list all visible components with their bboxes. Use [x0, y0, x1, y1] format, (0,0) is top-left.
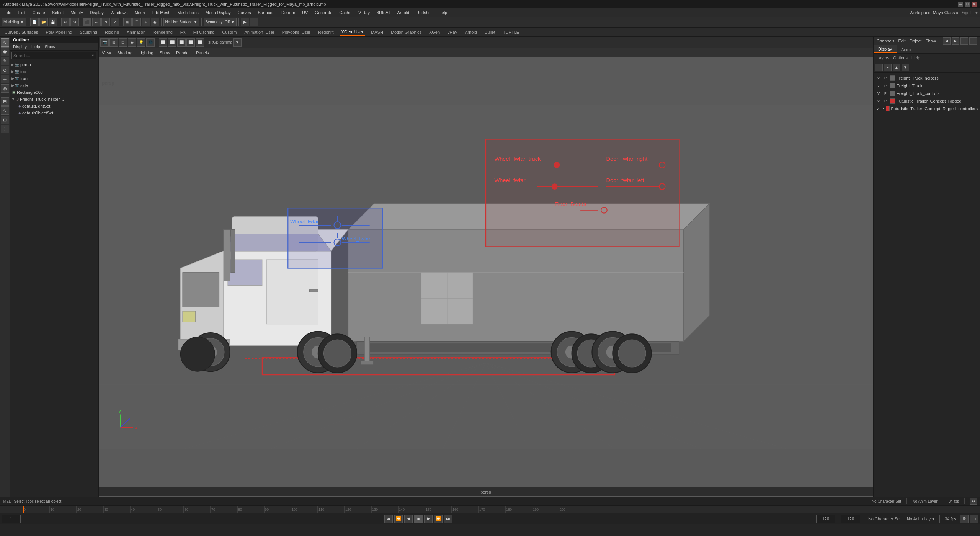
timeline-expand-button[interactable]: □: [970, 515, 978, 523]
play-forward-button[interactable]: ▶: [424, 515, 433, 523]
minimize-button[interactable]: ─: [958, 2, 963, 7]
no-live-surface-dropdown[interactable]: No Live Surface ▼: [163, 18, 199, 26]
outliner-item-freight-truck-helper[interactable]: ▼ ⬡ Freight_Truck_helper_3: [10, 96, 98, 103]
scale-tool-button[interactable]: ⤢: [111, 18, 119, 26]
go-to-start-button[interactable]: ⏮: [384, 515, 393, 523]
menu-arnold[interactable]: Arnold: [394, 8, 412, 17]
channel-box-object-menu[interactable]: Object: [909, 39, 921, 43]
shelf-curves-surfaces[interactable]: Curves / Surfaces: [3, 29, 39, 35]
panel-minimize-button[interactable]: ─: [960, 37, 968, 45]
redo-button[interactable]: ↪: [70, 18, 79, 26]
outliner-item-top[interactable]: ▶ 📷 top: [10, 68, 98, 75]
menu-create[interactable]: Create: [29, 8, 48, 17]
render-settings-button[interactable]: ⚙: [250, 18, 258, 26]
viewport-3d-area[interactable]: persp: [99, 57, 873, 496]
play-back-button[interactable]: ◀: [404, 515, 413, 523]
outliner-item-persp[interactable]: ▶ 📷 persp: [10, 61, 98, 68]
shelf-rendering[interactable]: Rendering: [152, 29, 174, 35]
menu-surfaces[interactable]: Surfaces: [255, 8, 278, 17]
move-manipulator-icon[interactable]: ✛: [1, 75, 9, 83]
vp-light-button[interactable]: 💡: [137, 38, 145, 47]
vp-menu-show[interactable]: Show: [160, 51, 170, 55]
layer-render-icon-2[interactable]: P: [883, 83, 888, 88]
vp-camera-button[interactable]: 📷: [100, 38, 109, 47]
menu-mesh[interactable]: Mesh: [131, 8, 148, 17]
layer-vis-icon-2[interactable]: V: [876, 83, 881, 88]
layer-tab-display[interactable]: Display: [874, 45, 897, 53]
symmetry-button[interactable]: Symmetry: Off ▼: [204, 18, 237, 26]
anim-prefs-button[interactable]: ⚙: [970, 498, 977, 505]
outliner-help-menu[interactable]: Help: [31, 44, 40, 49]
curve-icon[interactable]: ∿: [1, 106, 9, 115]
menu-windows[interactable]: Windows: [108, 8, 131, 17]
vp-wire-button[interactable]: ⊡: [119, 38, 127, 47]
shelf-turtle[interactable]: TURTLE: [501, 29, 521, 35]
go-to-end-button[interactable]: ⏭: [444, 515, 452, 523]
playback-end-field[interactable]: [841, 515, 860, 523]
vp-gamma-dropdown[interactable]: ▼: [233, 38, 242, 47]
outliner-item-side[interactable]: ▶ 📷 side: [10, 82, 98, 89]
channel-box-edit-menu[interactable]: Edit: [898, 39, 905, 43]
menu-cache[interactable]: Cache: [336, 8, 354, 17]
menu-select[interactable]: Select: [49, 8, 67, 17]
channel-box-channels-menu[interactable]: Channels: [877, 39, 894, 43]
sign-in[interactable]: Sign In ▼: [962, 11, 978, 15]
layer-vis-icon-4[interactable]: V: [876, 98, 881, 104]
step-forward-button[interactable]: ⏩: [434, 515, 443, 523]
shelf-motion-graphics[interactable]: Motion Graphics: [389, 29, 423, 35]
select-tool-icon[interactable]: ↖: [1, 38, 9, 47]
menu-edit-mesh[interactable]: Edit Mesh: [149, 8, 173, 17]
vp-grid-button[interactable]: ⊞: [109, 38, 118, 47]
shelf-fx[interactable]: FX: [179, 29, 187, 35]
menu-deform[interactable]: Deform: [278, 8, 298, 17]
vp-render2[interactable]: ⬜: [168, 38, 176, 47]
rotate-tool-button[interactable]: ↻: [101, 18, 110, 26]
layer-row-freight-truck[interactable]: V P Freight_Truck: [874, 82, 980, 90]
menu-uv[interactable]: UV: [299, 8, 311, 17]
menu-edit[interactable]: Edit: [15, 8, 29, 17]
snap-curve-button[interactable]: ⌒: [132, 18, 141, 26]
menu-mesh-tools[interactable]: Mesh Tools: [174, 8, 201, 17]
channel-box-show-menu[interactable]: Show: [925, 39, 936, 43]
topology-icon[interactable]: ⋮: [1, 125, 9, 133]
layers-option-options[interactable]: Options: [893, 56, 908, 60]
menu-3dtoall[interactable]: 3DtoAll: [374, 8, 393, 17]
vp-menu-lighting[interactable]: Lighting: [139, 51, 154, 55]
shelf-custom[interactable]: Custom: [220, 29, 238, 35]
menu-curves[interactable]: Curves: [235, 8, 254, 17]
shelf-arnold[interactable]: Arnold: [463, 29, 479, 35]
timeline-ruler[interactable]: 0 10 20 30 40 50 60 70 80 90 100 110 120: [0, 506, 980, 513]
save-file-button[interactable]: 💾: [49, 18, 57, 26]
vp-menu-panels[interactable]: Panels: [196, 51, 209, 55]
menu-vray[interactable]: V-Ray: [355, 8, 373, 17]
current-frame-field[interactable]: [2, 515, 21, 523]
shelf-poly-modeling[interactable]: Poly Modeling: [44, 29, 74, 35]
menu-generate[interactable]: Generate: [312, 8, 335, 17]
shelf-rigging[interactable]: Rigging: [103, 29, 121, 35]
vp-render4[interactable]: ⬜: [186, 38, 195, 47]
shelf-vray[interactable]: vRay: [446, 29, 459, 35]
vp-menu-view[interactable]: View: [102, 51, 111, 55]
vp-menu-shading[interactable]: Shading: [117, 51, 132, 55]
vp-smooth-button[interactable]: ◈: [128, 38, 136, 47]
panel-maximize-button[interactable]: □: [969, 37, 977, 45]
sculpt-tool-icon[interactable]: ⊕: [1, 66, 9, 74]
snap-icon[interactable]: ⊞: [1, 97, 9, 106]
vp-menu-render[interactable]: Render: [176, 51, 190, 55]
menu-redshift[interactable]: Redshift: [413, 8, 434, 17]
layer-render-icon[interactable]: P: [883, 75, 888, 81]
outliner-item-rectangle003[interactable]: ▣ Rectangle003: [10, 89, 98, 96]
layer-render-icon-3[interactable]: P: [883, 91, 888, 96]
outliner-search-input[interactable]: [13, 53, 91, 58]
outliner-item-front[interactable]: ▶ 📷 front: [10, 75, 98, 82]
snap-surface-button[interactable]: ◉: [151, 18, 159, 26]
layer-row-freight-truck-controls[interactable]: V P Freight_Truck_controls: [874, 90, 980, 97]
stop-button[interactable]: ■: [414, 515, 423, 523]
vp-render1[interactable]: ⬜: [159, 38, 167, 47]
layer-vis-icon-3[interactable]: V: [876, 91, 881, 96]
snap-point-button[interactable]: ⊕: [142, 18, 150, 26]
vp-shadow-button[interactable]: 🌑: [146, 38, 155, 47]
menu-modify[interactable]: Modify: [67, 8, 86, 17]
shelf-mash[interactable]: MASH: [369, 29, 385, 35]
panel-expand-button[interactable]: ▶: [952, 37, 959, 45]
